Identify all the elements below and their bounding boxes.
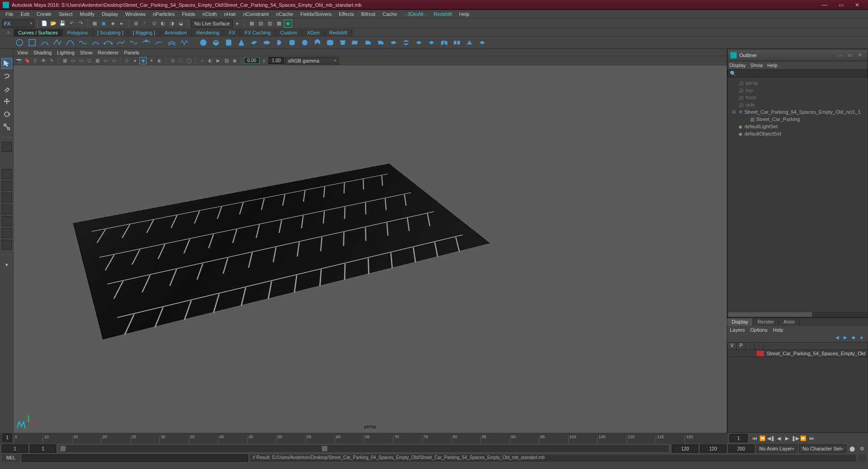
birail-icon[interactable] <box>325 38 335 48</box>
layer-tab-render[interactable]: Render <box>753 318 779 326</box>
shelf-tab-rigging[interactable]: [ Rigging ] <box>128 29 160 36</box>
vp-field-chart-icon[interactable]: ▦ <box>94 57 101 64</box>
current-frame-field[interactable] <box>729 434 748 442</box>
layer-new-selected-icon[interactable]: ◈ <box>860 335 866 341</box>
nurbs-cylinder-icon[interactable] <box>224 38 234 48</box>
scale-tool-button[interactable] <box>1 121 12 132</box>
vp-wireframe-icon[interactable]: ◇ <box>123 57 130 64</box>
nurbs-square-icon[interactable] <box>27 38 37 48</box>
viewport-3d[interactable]: persp <box>14 65 727 433</box>
viewport-menu-shading[interactable]: Shading <box>34 50 52 55</box>
layer-name[interactable]: Street_Car_Parking_54_Spaces_Empty_Old <box>766 351 865 356</box>
vp-gate-mask-icon[interactable]: ◻ <box>86 57 93 64</box>
command-input[interactable] <box>22 454 248 462</box>
vp-xray-icon[interactable]: ◌ <box>177 57 184 64</box>
vp-image-plane-icon[interactable]: ▯ <box>32 57 39 64</box>
revolve-icon[interactable] <box>274 38 284 48</box>
vp-isolate-icon[interactable]: ◎ <box>169 57 176 64</box>
bezier-curve-icon[interactable] <box>65 38 75 48</box>
snap-view-icon[interactable]: ◑ <box>168 19 176 28</box>
outliner-item[interactable]: 🎥front <box>729 94 867 101</box>
outliner-search[interactable]: 🔍 <box>728 69 868 77</box>
nurbs-cone-icon[interactable] <box>236 38 246 48</box>
menu-ncloth[interactable]: nCloth <box>199 11 221 17</box>
select-mode-icon[interactable]: ▦ <box>91 19 99 28</box>
outliner-minimize-button[interactable]: — <box>835 53 845 58</box>
offset-curve-icon[interactable] <box>167 38 177 48</box>
arc-tool-icon[interactable] <box>91 38 101 48</box>
shelf-tab-sculpting[interactable]: [ Sculpting ] <box>93 29 129 36</box>
close-button[interactable]: ✕ <box>849 1 865 9</box>
shelf-handle-icon[interactable]: ≡ <box>7 30 14 35</box>
select-object-icon[interactable]: ▣ <box>100 19 108 28</box>
nurbs-torus-icon[interactable] <box>262 38 272 48</box>
go-start-button[interactable]: ⏮ <box>750 434 758 442</box>
menu--dtoall-[interactable]: - 3DtoAll - <box>401 11 430 17</box>
menu-nconstraint[interactable]: nConstraint <box>240 11 272 17</box>
undo-icon[interactable]: ↶ <box>67 19 76 28</box>
detach-surf-icon[interactable] <box>452 38 462 48</box>
bevel-plus-icon[interactable] <box>376 38 386 48</box>
range-start-outer-field[interactable] <box>2 445 28 453</box>
vp-safe-action-icon[interactable]: ▭ <box>102 57 109 64</box>
time-slider[interactable]: 1 51015202530354045505560657075808590951… <box>0 433 728 444</box>
viewport-menu-show[interactable]: Show <box>80 50 93 55</box>
bevel-icon[interactable] <box>363 38 373 48</box>
character-set-selector[interactable]: No Character Set <box>799 445 846 453</box>
layer-menu-help[interactable]: Help <box>773 327 783 333</box>
shelf-tab-rendering[interactable]: Rendering <box>192 29 225 36</box>
project-curve-icon[interactable] <box>388 38 398 48</box>
layout-two-v-button[interactable] <box>2 204 12 214</box>
menu-create[interactable]: Create <box>33 11 55 17</box>
vp-grid-icon[interactable]: ▦ <box>61 57 68 64</box>
layer-row[interactable]: Street_Car_Parking_54_Spaces_Empty_Old <box>728 350 868 357</box>
layout-two-h-button[interactable] <box>2 193 12 203</box>
save-scene-icon[interactable]: 💾 <box>58 19 67 28</box>
layer-move-down-icon[interactable]: ▶ <box>844 335 850 341</box>
nurbs-circle-icon[interactable] <box>14 38 24 48</box>
step-back-button[interactable]: ◀❚ <box>767 434 775 442</box>
select-mask-icon[interactable]: ▸ <box>118 19 126 28</box>
viewport-menu-renderer[interactable]: Renderer <box>98 50 119 55</box>
vp-bookmark-icon[interactable]: 🔖 <box>24 57 31 64</box>
minimize-button[interactable]: — <box>816 1 833 9</box>
new-scene-icon[interactable]: 📄 <box>40 19 48 28</box>
outliner-menu-display[interactable]: Display <box>729 63 746 68</box>
ipr-render-icon[interactable]: ▧ <box>257 19 265 28</box>
intersect-icon[interactable] <box>401 38 411 48</box>
snap-plane-icon[interactable]: ◐ <box>159 19 167 28</box>
menu-effects[interactable]: Effects <box>335 11 357 17</box>
vp-safe-title-icon[interactable]: ▭ <box>110 57 117 64</box>
move-tool-button[interactable] <box>1 96 12 107</box>
sculpt-surf-icon[interactable] <box>465 38 475 48</box>
trim-icon[interactable] <box>414 38 424 48</box>
current-frame-box[interactable]: 1 <box>3 434 12 442</box>
range-end-outer2-field[interactable] <box>728 445 754 453</box>
layer-tab-display[interactable]: Display <box>727 318 753 326</box>
extend-curve-icon[interactable] <box>154 38 164 48</box>
square-surf-icon[interactable] <box>350 38 360 48</box>
last-tool-button[interactable] <box>2 142 12 152</box>
render-view-icon[interactable]: ▩ <box>275 19 283 28</box>
snap-live-icon[interactable]: ◒ <box>177 19 185 28</box>
workspace-selector[interactable]: FX <box>2 19 34 28</box>
outliner-item[interactable]: 🎥persp <box>729 79 867 87</box>
vp-exposure-icon[interactable]: ☼ <box>198 57 206 64</box>
nurbs-plane-icon[interactable] <box>249 38 259 48</box>
snap-curve-icon[interactable]: ◜ <box>141 19 149 28</box>
paint-select-button[interactable] <box>1 83 12 94</box>
vp-aa-icon[interactable]: ▨ <box>223 57 230 64</box>
outliner-item[interactable]: 🎥top <box>729 87 867 94</box>
attach-curve-icon[interactable] <box>116 38 126 48</box>
anim-layer-selector[interactable]: No Anim Layer <box>756 445 797 453</box>
viewport-menu-panels[interactable]: Panels <box>124 50 139 55</box>
outliner-tree[interactable]: 🎥persp🎥top🎥front🎥side⊟✳Street_Car_Parkin… <box>728 77 868 312</box>
layer-tab-anim[interactable]: Anim <box>779 318 800 326</box>
play-forward-button[interactable]: ▶ <box>783 434 791 442</box>
menu-fluids[interactable]: Fluids <box>178 11 199 17</box>
vp-lights-icon[interactable]: ☀ <box>148 57 155 64</box>
shelf-tab-xgen[interactable]: XGen <box>302 29 325 36</box>
vp-textured-icon[interactable]: ◉ <box>139 57 147 64</box>
vp-film-gate-icon[interactable]: ▭ <box>69 57 77 64</box>
untrim-icon[interactable] <box>427 38 436 48</box>
